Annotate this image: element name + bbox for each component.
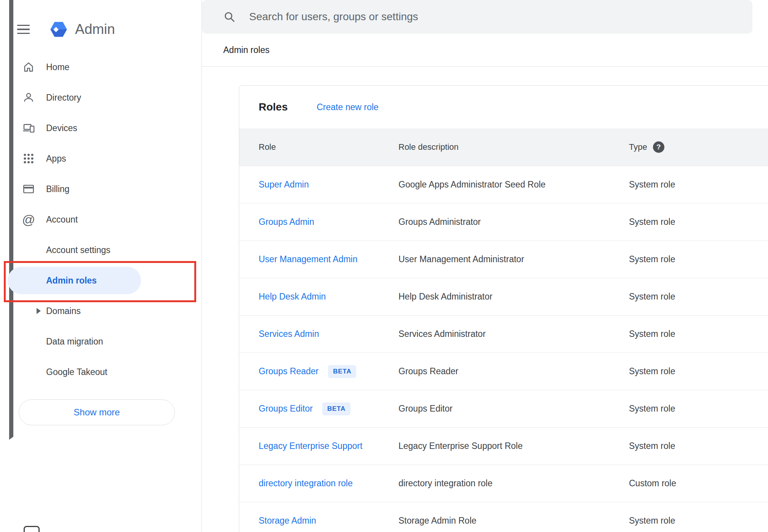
sidebar-item-account-settings[interactable]: Account settings	[0, 235, 202, 265]
role-description: Groups Editor	[398, 404, 629, 414]
role-type: System role	[629, 292, 768, 302]
roles-card: Roles Create new role Role Role descript…	[239, 85, 768, 532]
role-link[interactable]: Groups Reader	[259, 366, 318, 377]
cut-off-bottom-icon	[24, 526, 40, 532]
table-row: Super Admin Google Apps Administrator Se…	[239, 166, 768, 203]
sidebar-item-label: Domains	[0, 306, 81, 316]
sidebar-item-label: Directory	[0, 93, 81, 103]
search-icon	[223, 10, 236, 23]
role-description: Services Administrator	[398, 329, 629, 339]
role-link[interactable]: Groups Editor	[259, 404, 313, 414]
role-description: User Management Administrator	[398, 254, 629, 264]
role-link[interactable]: User Management Admin	[259, 254, 358, 264]
table-row: Services Admin Services Administrator Sy…	[239, 315, 768, 353]
card-header: Roles Create new role	[239, 86, 768, 128]
column-header-description: Role description	[398, 142, 629, 152]
sidebar-item-label: Home	[0, 62, 69, 72]
search-bar[interactable]	[202, 0, 752, 34]
role-description: Legacy Enterprise Support Role	[398, 441, 629, 451]
role-type: System role	[629, 366, 768, 377]
breadcrumb: Admin roles	[223, 45, 269, 55]
beta-badge: BETA	[328, 365, 356, 378]
breadcrumb-row: Admin roles	[202, 34, 768, 67]
role-type: System role	[629, 254, 768, 264]
role-link[interactable]: directory integration role	[259, 478, 353, 489]
role-description: directory integration role	[398, 478, 629, 489]
roles-table-body: Super Admin Google Apps Administrator Se…	[239, 166, 768, 532]
sidebar-item-label: Google Takeout	[0, 367, 107, 377]
table-row: Groups Admin Groups Administrator System…	[239, 203, 768, 240]
table-row: directory integration role directory int…	[239, 465, 768, 502]
search-input[interactable]	[249, 11, 752, 23]
column-header-role: Role	[259, 142, 398, 152]
table-header: Role Role description Type ?	[239, 128, 768, 166]
sidebar-item-label: Billing	[0, 184, 69, 194]
role-type: System role	[629, 329, 768, 339]
role-description: Google Apps Administrator Seed Role	[398, 179, 629, 190]
role-description: Help Desk Administrator	[398, 292, 629, 302]
table-row: Storage Admin Storage Admin Role System …	[239, 502, 768, 532]
role-link[interactable]: Services Admin	[259, 329, 319, 339]
sidebar-item-account[interactable]: @ Account	[0, 204, 202, 235]
main-content: Admin roles Roles Create new role Role R…	[202, 0, 768, 532]
sidebar: Admin Home Directory	[0, 0, 202, 532]
sidebar-item-google-takeout[interactable]: Google Takeout	[0, 357, 202, 387]
role-link[interactable]: Storage Admin	[259, 516, 316, 526]
sidebar-item-label: Admin roles	[0, 276, 97, 286]
role-description: Storage Admin Role	[398, 516, 629, 526]
table-row: Groups Reader BETA Groups Reader System …	[239, 353, 768, 390]
sidebar-item-label: Data migration	[0, 337, 103, 347]
role-description: Groups Reader	[398, 366, 629, 377]
role-type: System role	[629, 441, 768, 451]
sidebar-item-label: Devices	[0, 123, 77, 133]
sidebar-item-label: Account	[0, 215, 78, 225]
card-title: Roles	[259, 101, 288, 113]
role-type: Custom role	[629, 478, 768, 489]
table-row: User Management Admin User Management Ad…	[239, 240, 768, 278]
sidebar-item-admin-roles[interactable]: Admin roles	[0, 265, 202, 296]
role-type: System role	[629, 179, 768, 190]
role-link[interactable]: Super Admin	[259, 179, 309, 190]
beta-badge: BETA	[322, 402, 350, 415]
sidebar-item-label: Account settings	[0, 245, 110, 255]
sidebar-nav: Home Directory Devices	[0, 52, 202, 387]
column-header-type: Type	[629, 142, 647, 152]
table-row: Groups Editor BETA Groups Editor System …	[239, 390, 768, 427]
create-new-role-link[interactable]: Create new role	[317, 102, 378, 112]
role-description: Groups Administrator	[398, 217, 629, 227]
role-type: System role	[629, 217, 768, 227]
help-icon[interactable]: ?	[653, 141, 664, 153]
sidebar-item-label: Apps	[0, 154, 66, 164]
role-type: System role	[629, 516, 768, 526]
table-row: Help Desk Admin Help Desk Administrator …	[239, 278, 768, 315]
role-link[interactable]: Help Desk Admin	[259, 292, 326, 302]
role-type: System role	[629, 404, 768, 414]
role-link[interactable]: Groups Admin	[259, 217, 314, 227]
sidebar-item-domains[interactable]: Domains	[0, 296, 202, 326]
sidebar-item-data-migration[interactable]: Data migration	[0, 326, 202, 357]
role-link[interactable]: Legacy Enterprise Support	[259, 441, 362, 451]
table-row: Legacy Enterprise Support Legacy Enterpr…	[239, 427, 768, 465]
